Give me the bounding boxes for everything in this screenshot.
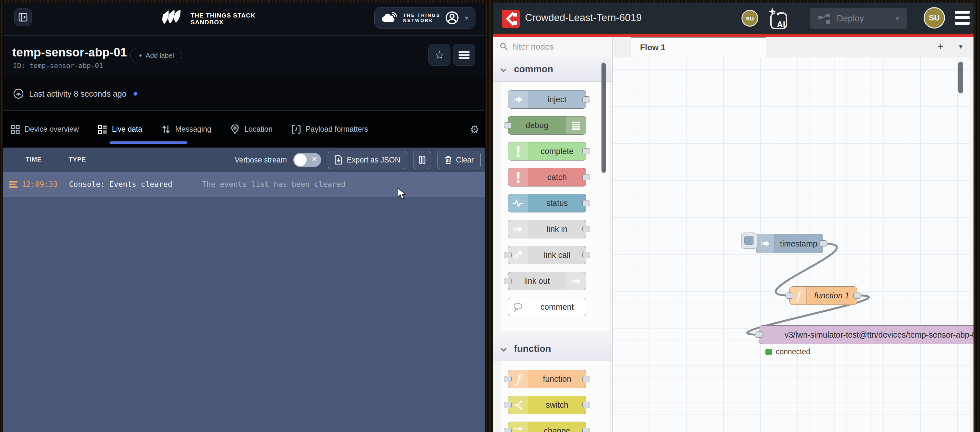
output-port[interactable] — [582, 226, 590, 232]
palette-node-label: catch — [528, 168, 586, 186]
output-port[interactable] — [582, 376, 590, 382]
user-avatar[interactable]: SU — [924, 7, 945, 29]
star-icon: ☆ — [434, 48, 444, 61]
main-menu-button[interactable] — [955, 11, 971, 26]
palette-node-switch[interactable]: switch — [508, 396, 586, 414]
flow-tab[interactable]: Flow 1 — [631, 37, 766, 57]
node-label: timestamp — [775, 234, 823, 253]
palette-category-common[interactable]: common — [493, 57, 612, 82]
verbose-stream-toggle[interactable]: ✕ — [293, 153, 321, 167]
bookmark-star-button[interactable]: ☆ — [428, 44, 450, 66]
chevron-down-icon: ▾ — [465, 14, 468, 22]
output-port[interactable] — [582, 428, 590, 432]
deploy-caret-icon[interactable]: ▾ — [896, 14, 899, 22]
input-port[interactable] — [504, 402, 512, 408]
deploy-label: Deploy — [837, 14, 864, 24]
palette-category-body: injectdebugcompletecatchstatuslink inlin… — [501, 82, 609, 331]
mqtt-out-node[interactable]: v3/lwn-simulator-test@ttn/devices/temp-s… — [759, 325, 974, 344]
tts-brand: THE THINGS STACK SANDBOX — [161, 10, 255, 28]
palette-node-debug[interactable]: debug — [508, 116, 586, 135]
link-arrow-icon — [566, 272, 586, 290]
add-label-button[interactable]: + Add label — [130, 48, 182, 63]
output-port[interactable] — [819, 240, 827, 247]
flow-list-caret[interactable]: ▾ — [959, 43, 963, 51]
palette-category-function[interactable]: function — [493, 336, 612, 361]
user-badge-small[interactable]: su — [741, 10, 758, 27]
input-port[interactable] — [504, 252, 512, 258]
palette-node-complete[interactable]: complete — [508, 142, 586, 161]
ai-assistant-button[interactable]: AI — [767, 7, 790, 30]
event-time: 12:09:33 — [22, 180, 58, 188]
output-port[interactable] — [582, 174, 590, 180]
input-port[interactable] — [504, 278, 512, 284]
toggle-off-x-icon: ✕ — [312, 155, 318, 163]
input-port[interactable] — [504, 122, 512, 128]
event-log-row[interactable]: 12:09:33 Console: Events cleared The eve… — [3, 172, 485, 197]
palette-node-label: inject — [528, 91, 586, 108]
palette-scrollbar[interactable] — [601, 62, 606, 173]
live-data-toolbar: TIME TYPE Verbose stream ✕ Export as JSO… — [3, 148, 485, 172]
palette-node-link-in[interactable]: link in — [508, 220, 586, 238]
palette-node-link-call[interactable]: link call — [508, 246, 586, 264]
clear-events-button[interactable]: Clear — [438, 151, 480, 169]
palette-node-status[interactable]: status — [508, 194, 586, 212]
palette-node-comment[interactable]: comment — [508, 298, 586, 316]
function-node-1[interactable]: ƒ function 1 — [789, 286, 857, 305]
grid-icon — [10, 124, 20, 134]
chevron-down-icon — [500, 64, 507, 75]
last-activity-text: Last activity 8 seconds ago — [29, 89, 126, 99]
cloud-network-icon — [380, 11, 399, 24]
output-port[interactable] — [582, 96, 590, 102]
output-port[interactable] — [582, 200, 590, 206]
inject-arrow-icon — [508, 91, 528, 108]
event-detail: The events list has been cleared — [202, 180, 345, 188]
deploy-nodes-icon — [818, 13, 831, 24]
output-port[interactable] — [582, 252, 590, 258]
tab-location[interactable]: Location — [230, 111, 272, 148]
pause-stream-button[interactable] — [414, 151, 431, 169]
device-menu-button[interactable] — [453, 44, 475, 66]
flow-tab-strip: Flow 1 + ▾ — [612, 37, 974, 57]
add-flow-button[interactable]: + — [937, 40, 944, 53]
input-port[interactable] — [786, 293, 793, 299]
input-port[interactable] — [755, 332, 763, 338]
hamburger-icon — [458, 50, 469, 60]
input-port[interactable] — [504, 376, 512, 382]
deploy-button[interactable]: Deploy ▾ — [810, 8, 907, 29]
palette-node-label: link out — [508, 272, 566, 290]
exclamation-icon — [508, 168, 528, 186]
debug-lines-icon — [566, 116, 586, 134]
network-selector[interactable]: THE THINGS NETWORK ▾ — [374, 7, 476, 29]
palette-search-box[interactable]: filter nodes — [493, 37, 612, 57]
output-port[interactable] — [582, 148, 590, 155]
pause-icon — [419, 156, 425, 164]
panel-toggle-icon — [18, 12, 28, 22]
column-header-time: TIME — [25, 156, 41, 163]
output-port[interactable] — [853, 293, 861, 299]
inject-node-timestamp[interactable]: timestamp — [756, 234, 823, 253]
palette-node-link-out[interactable]: link out — [508, 272, 586, 290]
palette-node-change[interactable]: change — [508, 422, 586, 432]
palette-node-label: complete — [528, 142, 586, 160]
inject-trigger-button[interactable] — [741, 233, 757, 249]
tts-top-header: THE THINGS STACK SANDBOX THE THINGS NETW… — [3, 3, 485, 36]
verbose-stream-label: Verbose stream — [235, 156, 287, 164]
output-port[interactable] — [582, 402, 590, 408]
palette-node-function[interactable]: ƒfunction — [508, 370, 586, 388]
tab-device-overview[interactable]: Device overview — [10, 111, 79, 148]
export-json-button[interactable]: Export as JSON — [328, 151, 407, 169]
header-accent-line — [493, 34, 974, 37]
canvas-scrollbar[interactable] — [958, 62, 963, 93]
gear-icon[interactable]: ⚙ — [470, 123, 479, 135]
sidebar-toggle-button[interactable] — [14, 8, 32, 26]
tab-payload-formatters[interactable]: Payload formatters — [291, 111, 368, 148]
nodered-header: Crowded-Least-Tern-6019 su AI Deploy ▾ S… — [493, 3, 974, 34]
export-file-icon — [334, 155, 343, 165]
input-port[interactable] — [504, 428, 512, 432]
status-dot-connected — [765, 349, 772, 355]
up-down-arrows-icon — [161, 124, 171, 134]
flow-canvas[interactable]: timestamp ƒ function 1 v3/lwn-simulator-… — [612, 57, 970, 432]
palette-node-catch[interactable]: catch — [508, 168, 586, 187]
broadcast-icon — [13, 88, 24, 99]
palette-node-inject[interactable]: inject — [508, 90, 586, 108]
